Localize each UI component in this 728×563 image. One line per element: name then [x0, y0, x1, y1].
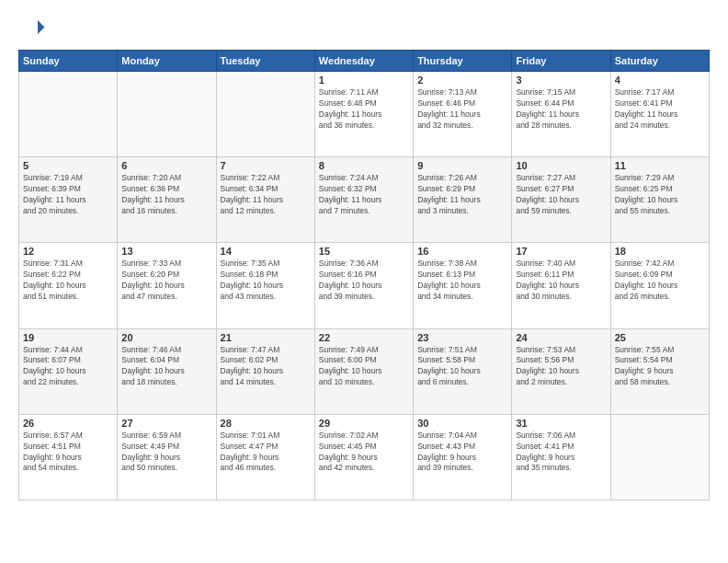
day-number: 24 [516, 332, 606, 343]
calendar-cell: 3Sunrise: 7:15 AMSunset: 6:44 PMDaylight… [512, 72, 610, 157]
calendar-body: 1Sunrise: 7:11 AMSunset: 6:48 PMDaylight… [19, 72, 710, 500]
calendar-cell [118, 72, 216, 157]
day-number: 15 [319, 246, 409, 257]
calendar-cell: 14Sunrise: 7:35 AMSunset: 6:18 PMDayligh… [216, 243, 314, 328]
day-info: Sunrise: 7:20 AMSunset: 6:36 PMDaylight:… [121, 173, 211, 217]
day-number: 9 [417, 160, 507, 171]
weekday-header-sunday: Sunday [19, 51, 118, 72]
calendar-cell: 29Sunrise: 7:02 AMSunset: 4:45 PMDayligh… [314, 414, 413, 500]
calendar-cell: 11Sunrise: 7:29 AMSunset: 6:25 PMDayligh… [610, 157, 709, 243]
day-number: 16 [417, 246, 507, 257]
week-row-5: 26Sunrise: 6:57 AMSunset: 4:51 PMDayligh… [19, 414, 710, 500]
day-number: 30 [417, 418, 507, 429]
day-info: Sunrise: 7:26 AMSunset: 6:29 PMDaylight:… [417, 173, 507, 217]
day-info: Sunrise: 7:11 AMSunset: 6:48 PMDaylight:… [319, 87, 409, 132]
calendar-table: SundayMondayTuesdayWednesdayThursdayFrid… [18, 50, 710, 500]
day-info: Sunrise: 7:01 AMSunset: 4:47 PMDaylight:… [221, 431, 311, 475]
header [18, 15, 710, 42]
day-number: 7 [221, 160, 311, 171]
calendar-cell: 13Sunrise: 7:33 AMSunset: 6:20 PMDayligh… [118, 243, 216, 328]
day-info: Sunrise: 7:04 AMSunset: 4:43 PMDaylight:… [417, 431, 507, 475]
weekday-header-monday: Monday [118, 51, 216, 72]
day-number: 26 [23, 418, 113, 429]
calendar-page: SundayMondayTuesdayWednesdayThursdayFrid… [0, 0, 728, 563]
logo-icon [18, 15, 46, 42]
day-number: 19 [23, 332, 113, 343]
week-row-3: 12Sunrise: 7:31 AMSunset: 6:22 PMDayligh… [19, 243, 710, 328]
day-info: Sunrise: 7:53 AMSunset: 5:56 PMDaylight:… [516, 345, 606, 389]
day-number: 2 [417, 75, 507, 86]
weekday-header-wednesday: Wednesday [314, 51, 413, 72]
day-info: Sunrise: 7:55 AMSunset: 5:54 PMDaylight:… [615, 345, 705, 389]
calendar-cell: 15Sunrise: 7:36 AMSunset: 6:16 PMDayligh… [314, 243, 413, 328]
calendar-cell: 21Sunrise: 7:47 AMSunset: 6:02 PMDayligh… [216, 328, 314, 414]
calendar-cell: 19Sunrise: 7:44 AMSunset: 6:07 PMDayligh… [19, 328, 118, 414]
day-info: Sunrise: 7:42 AMSunset: 6:09 PMDaylight:… [615, 259, 705, 303]
calendar-cell: 9Sunrise: 7:26 AMSunset: 6:29 PMDaylight… [414, 157, 512, 243]
day-number: 21 [221, 332, 311, 343]
day-info: Sunrise: 7:47 AMSunset: 6:02 PMDaylight:… [221, 345, 311, 389]
day-number: 3 [516, 75, 606, 86]
day-info: Sunrise: 7:35 AMSunset: 6:18 PMDaylight:… [221, 259, 311, 303]
calendar-cell: 30Sunrise: 7:04 AMSunset: 4:43 PMDayligh… [414, 414, 512, 500]
calendar-cell: 31Sunrise: 7:06 AMSunset: 4:41 PMDayligh… [512, 414, 610, 500]
day-number: 12 [23, 246, 113, 257]
day-number: 6 [121, 160, 211, 171]
day-number: 25 [615, 332, 705, 343]
day-info: Sunrise: 7:17 AMSunset: 6:41 PMDaylight:… [615, 87, 705, 132]
day-info: Sunrise: 7:19 AMSunset: 6:39 PMDaylight:… [23, 173, 113, 217]
day-number: 8 [319, 160, 409, 171]
day-number: 23 [417, 332, 507, 343]
weekday-header-tuesday: Tuesday [216, 51, 314, 72]
calendar-cell: 27Sunrise: 6:59 AMSunset: 4:49 PMDayligh… [118, 414, 216, 500]
day-info: Sunrise: 7:36 AMSunset: 6:16 PMDaylight:… [319, 259, 409, 303]
calendar-cell: 1Sunrise: 7:11 AMSunset: 6:48 PMDaylight… [314, 72, 413, 157]
day-number: 28 [221, 418, 311, 429]
day-info: Sunrise: 6:59 AMSunset: 4:49 PMDaylight:… [121, 431, 211, 475]
day-number: 5 [23, 160, 113, 171]
day-number: 4 [615, 75, 705, 86]
day-number: 27 [121, 418, 211, 429]
day-number: 20 [121, 332, 211, 343]
calendar-cell: 20Sunrise: 7:46 AMSunset: 6:04 PMDayligh… [118, 328, 216, 414]
weekday-header-thursday: Thursday [414, 51, 512, 72]
day-info: Sunrise: 7:29 AMSunset: 6:25 PMDaylight:… [615, 173, 705, 217]
day-info: Sunrise: 7:27 AMSunset: 6:27 PMDaylight:… [516, 173, 606, 217]
day-info: Sunrise: 6:57 AMSunset: 4:51 PMDaylight:… [23, 431, 113, 475]
calendar-cell: 12Sunrise: 7:31 AMSunset: 6:22 PMDayligh… [19, 243, 118, 328]
weekday-header-friday: Friday [512, 51, 610, 72]
day-info: Sunrise: 7:40 AMSunset: 6:11 PMDaylight:… [516, 259, 606, 303]
day-info: Sunrise: 7:24 AMSunset: 6:32 PMDaylight:… [319, 173, 409, 217]
week-row-2: 5Sunrise: 7:19 AMSunset: 6:39 PMDaylight… [19, 157, 710, 243]
calendar-cell: 25Sunrise: 7:55 AMSunset: 5:54 PMDayligh… [610, 328, 709, 414]
calendar-cell: 18Sunrise: 7:42 AMSunset: 6:09 PMDayligh… [610, 243, 709, 328]
day-info: Sunrise: 7:38 AMSunset: 6:13 PMDaylight:… [417, 259, 507, 303]
day-number: 22 [319, 332, 409, 343]
day-info: Sunrise: 7:46 AMSunset: 6:04 PMDaylight:… [121, 345, 211, 389]
day-info: Sunrise: 7:13 AMSunset: 6:46 PMDaylight:… [417, 87, 507, 132]
calendar-cell: 7Sunrise: 7:22 AMSunset: 6:34 PMDaylight… [216, 157, 314, 243]
day-info: Sunrise: 7:02 AMSunset: 4:45 PMDaylight:… [319, 431, 409, 475]
day-info: Sunrise: 7:31 AMSunset: 6:22 PMDaylight:… [23, 259, 113, 303]
day-number: 17 [516, 246, 606, 257]
calendar-cell: 2Sunrise: 7:13 AMSunset: 6:46 PMDaylight… [414, 72, 512, 157]
calendar-cell [216, 72, 314, 157]
day-info: Sunrise: 7:15 AMSunset: 6:44 PMDaylight:… [516, 87, 606, 132]
calendar-cell: 16Sunrise: 7:38 AMSunset: 6:13 PMDayligh… [414, 243, 512, 328]
day-number: 10 [516, 160, 606, 171]
day-info: Sunrise: 7:51 AMSunset: 5:58 PMDaylight:… [417, 345, 507, 389]
day-info: Sunrise: 7:22 AMSunset: 6:34 PMDaylight:… [221, 173, 311, 217]
calendar-cell [19, 72, 118, 157]
calendar-cell: 4Sunrise: 7:17 AMSunset: 6:41 PMDaylight… [610, 72, 709, 157]
weekday-row: SundayMondayTuesdayWednesdayThursdayFrid… [19, 51, 710, 72]
calendar-cell [610, 414, 709, 500]
weekday-header-saturday: Saturday [610, 51, 709, 72]
calendar-header: SundayMondayTuesdayWednesdayThursdayFrid… [19, 51, 710, 72]
calendar-cell: 28Sunrise: 7:01 AMSunset: 4:47 PMDayligh… [216, 414, 314, 500]
day-number: 31 [516, 418, 606, 429]
day-number: 13 [121, 246, 211, 257]
day-info: Sunrise: 7:44 AMSunset: 6:07 PMDaylight:… [23, 345, 113, 389]
calendar-cell: 10Sunrise: 7:27 AMSunset: 6:27 PMDayligh… [512, 157, 610, 243]
calendar-cell: 24Sunrise: 7:53 AMSunset: 5:56 PMDayligh… [512, 328, 610, 414]
calendar-cell: 17Sunrise: 7:40 AMSunset: 6:11 PMDayligh… [512, 243, 610, 328]
